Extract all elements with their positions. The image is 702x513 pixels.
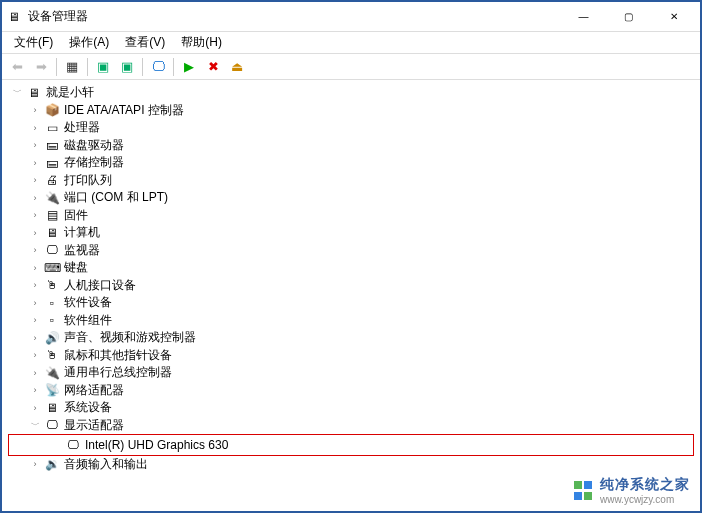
- gpu-icon: 🖵: [65, 437, 81, 453]
- expand-icon[interactable]: ›: [28, 383, 42, 397]
- category-label: 软件设备: [64, 294, 112, 311]
- watermark: 纯净系统之家 www.ycwjzy.com: [574, 476, 690, 505]
- expand-icon[interactable]: ›: [28, 243, 42, 257]
- tree-category[interactable]: › 🔌 通用串行总线控制器: [8, 364, 694, 382]
- software-icon: ▫: [44, 295, 60, 311]
- expand-icon[interactable]: ›: [28, 173, 42, 187]
- category-label: 声音、视频和游戏控制器: [64, 329, 196, 346]
- computer-icon: 🖥: [44, 225, 60, 241]
- enable-device-button[interactable]: ▶: [178, 56, 200, 78]
- tree-category[interactable]: › 🖴 磁盘驱动器: [8, 137, 694, 155]
- nav-forward-button[interactable]: ➡: [30, 56, 52, 78]
- uninstall-device-button[interactable]: ⏏: [226, 56, 248, 78]
- category-label: 固件: [64, 207, 88, 224]
- display-adapter-icon: 🖵: [44, 417, 60, 433]
- menu-help[interactable]: 帮助(H): [173, 32, 230, 53]
- nav-back-button[interactable]: ⬅: [6, 56, 28, 78]
- tree-category[interactable]: › 📦 IDE ATA/ATAPI 控制器: [8, 102, 694, 120]
- watermark-text: 纯净系统之家: [600, 476, 690, 494]
- expand-icon[interactable]: ›: [28, 138, 42, 152]
- expand-icon[interactable]: ›: [28, 331, 42, 345]
- category-label: 处理器: [64, 119, 100, 136]
- expand-icon[interactable]: ›: [28, 457, 42, 471]
- storage-icon: 🖴: [44, 155, 60, 171]
- menu-file[interactable]: 文件(F): [6, 32, 61, 53]
- tree-category[interactable]: › 🖴 存储控制器: [8, 154, 694, 172]
- sound-icon: 🔊: [44, 330, 60, 346]
- tree-category[interactable]: › 🖱 鼠标和其他指针设备: [8, 347, 694, 365]
- computer-icon: 🖥: [26, 85, 42, 101]
- monitor-icon: 🖵: [44, 242, 60, 258]
- tree-category[interactable]: › ▫ 软件设备: [8, 294, 694, 312]
- collapse-icon[interactable]: ﹀: [28, 418, 42, 432]
- minimize-button[interactable]: —: [561, 3, 606, 31]
- tree-category[interactable]: › 🖱 人机接口设备: [8, 277, 694, 295]
- disk-icon: 🖴: [44, 137, 60, 153]
- processor-icon: ▭: [44, 120, 60, 136]
- tree-category-audio[interactable]: › 🔉 音频输入和输出: [8, 456, 694, 474]
- disable-device-button[interactable]: ✖: [202, 56, 224, 78]
- expand-icon[interactable]: ›: [28, 226, 42, 240]
- expand-icon[interactable]: ›: [28, 278, 42, 292]
- root-label: 就是小轩: [46, 84, 94, 101]
- menu-action[interactable]: 操作(A): [61, 32, 117, 53]
- expand-icon[interactable]: ›: [28, 121, 42, 135]
- category-label: 端口 (COM 和 LPT): [64, 189, 168, 206]
- tree-category[interactable]: › 🖵 监视器: [8, 242, 694, 260]
- tree-device-gpu[interactable]: › 🖵 Intel(R) UHD Graphics 630: [9, 436, 663, 454]
- expand-icon[interactable]: ›: [28, 401, 42, 415]
- device-label: Intel(R) UHD Graphics 630: [85, 438, 228, 452]
- expand-icon[interactable]: ›: [28, 103, 42, 117]
- close-button[interactable]: ✕: [651, 3, 696, 31]
- toolbar-separator: [173, 58, 174, 76]
- tree-category[interactable]: › 🖥 计算机: [8, 224, 694, 242]
- printer-icon: 🖨: [44, 172, 60, 188]
- toolbar-separator: [56, 58, 57, 76]
- expand-icon[interactable]: ›: [28, 191, 42, 205]
- tree-category-display-adapter[interactable]: ﹀ 🖵 显示适配器: [8, 417, 694, 435]
- expand-icon[interactable]: ›: [28, 208, 42, 222]
- scan-hardware-button[interactable]: 🖵: [147, 56, 169, 78]
- category-label: 通用串行总线控制器: [64, 364, 172, 381]
- tree-category[interactable]: › 📡 网络适配器: [8, 382, 694, 400]
- category-label: 显示适配器: [64, 417, 124, 434]
- expand-icon[interactable]: ›: [28, 156, 42, 170]
- help-button[interactable]: ▣: [116, 56, 138, 78]
- category-label: 软件组件: [64, 312, 112, 329]
- category-label: IDE ATA/ATAPI 控制器: [64, 102, 184, 119]
- component-icon: ▫: [44, 312, 60, 328]
- expand-icon[interactable]: ›: [28, 261, 42, 275]
- watermark-url: www.ycwjzy.com: [600, 494, 690, 505]
- toolbar: ⬅ ➡ ▦ ▣ ▣ 🖵 ▶ ✖ ⏏: [2, 54, 700, 80]
- category-label: 打印队列: [64, 172, 112, 189]
- expand-icon[interactable]: ›: [28, 313, 42, 327]
- tree-category[interactable]: › 🔌 端口 (COM 和 LPT): [8, 189, 694, 207]
- app-icon: 🖥: [6, 9, 22, 25]
- tree-category[interactable]: › ▤ 固件: [8, 207, 694, 225]
- tree-category[interactable]: › 🖥 系统设备: [8, 399, 694, 417]
- category-label: 计算机: [64, 224, 100, 241]
- category-label: 监视器: [64, 242, 100, 259]
- tree-category[interactable]: › 🖨 打印队列: [8, 172, 694, 190]
- toolbar-separator: [87, 58, 88, 76]
- tree-category[interactable]: › ⌨ 键盘: [8, 259, 694, 277]
- tree-category[interactable]: › ▭ 处理器: [8, 119, 694, 137]
- expand-icon[interactable]: ›: [28, 366, 42, 380]
- device-tree[interactable]: ﹀ 🖥 就是小轩 › 📦 IDE ATA/ATAPI 控制器 › ▭ 处理器 ›…: [2, 80, 700, 507]
- collapse-icon[interactable]: ﹀: [10, 86, 24, 100]
- maximize-button[interactable]: ▢: [606, 3, 651, 31]
- menu-view[interactable]: 查看(V): [117, 32, 173, 53]
- category-label: 系统设备: [64, 399, 112, 416]
- tree-root[interactable]: ﹀ 🖥 就是小轩: [8, 84, 694, 102]
- tree-category[interactable]: › 🔊 声音、视频和游戏控制器: [8, 329, 694, 347]
- show-hide-tree-button[interactable]: ▦: [61, 56, 83, 78]
- expand-icon[interactable]: ›: [28, 348, 42, 362]
- port-icon: 🔌: [44, 190, 60, 206]
- expand-icon[interactable]: ›: [28, 296, 42, 310]
- menubar: 文件(F) 操作(A) 查看(V) 帮助(H): [2, 32, 700, 54]
- highlighted-device: › 🖵 Intel(R) UHD Graphics 630: [8, 434, 694, 456]
- watermark-logo-icon: [574, 481, 594, 501]
- category-label: 磁盘驱动器: [64, 137, 124, 154]
- properties-button[interactable]: ▣: [92, 56, 114, 78]
- tree-category[interactable]: › ▫ 软件组件: [8, 312, 694, 330]
